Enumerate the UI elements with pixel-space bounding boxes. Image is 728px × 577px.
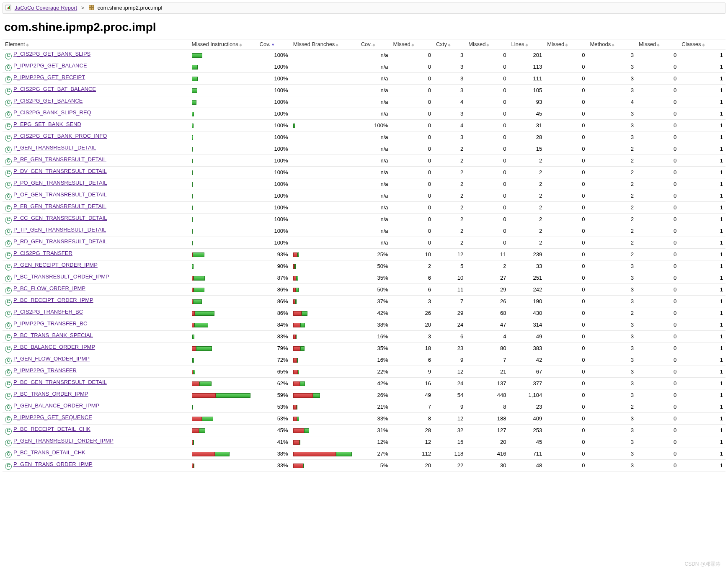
col-element[interactable]: Element◆: [3, 39, 189, 49]
class-icon: C: [5, 358, 12, 364]
missed-cxty: 0: [391, 131, 434, 143]
element-link[interactable]: P_OF_GEN_TRANSRESULT_DETAIL: [13, 191, 107, 198]
table-row: CP_EB_GEN_TRANSRESULT_DETAIL100%n/a02020…: [3, 202, 725, 214]
element-link[interactable]: P_CIS2PG_TRANSFER: [13, 250, 72, 256]
branch-cov: 26%: [359, 389, 391, 401]
element-link[interactable]: P_IPMP2PG_TRANSFER_BC: [13, 320, 87, 327]
report-icon: [5, 5, 11, 12]
missed-lines: 0: [466, 202, 509, 214]
element-link[interactable]: P_CIS2PG_GET_BALANCE: [13, 98, 83, 104]
element-link[interactable]: P_GEN_BALANCE_ORDER_IPMP: [13, 402, 99, 409]
instr-cov: 100%: [257, 120, 291, 131]
branch-cov: 25%: [359, 249, 391, 260]
col-missed-lines[interactable]: Missed◆: [466, 39, 509, 49]
col-missed-classes[interactable]: Missed◆: [636, 39, 679, 49]
cxty: 9: [434, 354, 466, 366]
element-link[interactable]: P_BC_TRANS_BANK_SPECIAL: [13, 332, 93, 338]
cxty: 2: [434, 214, 466, 225]
element-link[interactable]: P_CIS2PG_BANK_SLIPS_REQ: [13, 109, 91, 116]
svg-rect-3: [9, 6, 10, 9]
missed-cxty: 20: [391, 319, 434, 331]
element-link[interactable]: P_CC_GEN_TRANSRESULT_DETAIL: [13, 215, 107, 221]
element-link[interactable]: P_TP_GEN_TRANSRESULT_DETAIL: [13, 227, 106, 233]
class-icon: C: [5, 53, 12, 59]
element-link[interactable]: P_BC_GEN_TRANSRESULT_DETAIL: [13, 379, 107, 385]
element-link[interactable]: P_CIS2PG_GET_BANK_PROC_INFO: [13, 133, 107, 139]
lines: 105: [509, 85, 545, 96]
element-link[interactable]: P_RD_GEN_TRANSRESULT_DETAIL: [13, 238, 107, 245]
element-link[interactable]: P_CIS2PG_GET_BANK_SLIPS: [13, 51, 90, 57]
instr-bar: [189, 85, 257, 96]
cxty: 2: [434, 190, 466, 202]
element-link[interactable]: P_BC_TRANS_DETAIL_CHK: [13, 449, 85, 456]
missed-lines: 29: [466, 284, 509, 296]
class-icon: C: [5, 229, 12, 235]
missed-lines: 0: [466, 120, 509, 131]
lines: 45: [509, 108, 545, 120]
lines: 15: [509, 143, 545, 155]
element-link[interactable]: P_BC_RECEIPT_DETAIL_CHK: [13, 426, 90, 432]
element-link[interactable]: P_IPMP2PG_TRANSFER: [13, 367, 77, 374]
branch-bar: [291, 96, 359, 108]
element-link[interactable]: P_GEN_TRANSRESULT_ORDER_IPMP: [13, 438, 114, 444]
missed-methods: 0: [545, 73, 587, 85]
col-missed-cxty[interactable]: Missed◆: [391, 39, 434, 49]
element-link[interactable]: P_BC_TRANSRESULT_ORDER_IPMP: [13, 273, 109, 280]
cxty: 2: [434, 225, 466, 237]
missed-methods: 0: [545, 389, 587, 401]
element-link[interactable]: P_EB_GEN_TRANSRESULT_DETAIL: [13, 203, 106, 209]
element-link[interactable]: P_GEN_TRANSRESULT_DETAIL: [13, 144, 96, 151]
element-link[interactable]: P_BC_TRANS_ORDER_IPMP: [13, 391, 88, 397]
element-link[interactable]: P_IPMP2PG_GET_BALANCE: [13, 62, 87, 69]
col-methods[interactable]: Methods◆: [587, 39, 636, 49]
instr-bar: [189, 120, 257, 131]
missed-classes: 0: [636, 202, 679, 214]
col-missed-methods[interactable]: Missed◆: [545, 39, 587, 49]
branch-bar: [291, 178, 359, 190]
classes: 1: [679, 319, 725, 331]
lines: 251: [509, 272, 545, 284]
class-icon: C: [5, 404, 12, 411]
element-link[interactable]: P_CIS2PG_GET_BAT_BALANCE: [13, 86, 96, 92]
col-cov-instr[interactable]: Cov.▼: [257, 39, 291, 49]
instr-bar: [189, 401, 257, 413]
missed-lines: 0: [466, 73, 509, 85]
col-lines[interactable]: Lines◆: [509, 39, 545, 49]
element-link[interactable]: P_CIS2PG_TRANSFER_BC: [13, 309, 83, 315]
col-cov-branches[interactable]: Cov.◆: [359, 39, 391, 49]
element-link[interactable]: P_IPMP2PG_GET_SEQUENCE: [13, 414, 92, 420]
instr-bar: [189, 237, 257, 249]
classes: 1: [679, 448, 725, 460]
col-missed-instructions[interactable]: Missed Instructions◆: [189, 39, 257, 49]
col-cxty[interactable]: Cxty◆: [434, 39, 466, 49]
col-missed-branches[interactable]: Missed Branches◆: [291, 39, 359, 49]
element-link[interactable]: P_GEN_TRANS_ORDER_IPMP: [13, 461, 93, 467]
element-link[interactable]: P_DV_GEN_TRANSRESULT_DETAIL: [13, 168, 107, 174]
classes: 1: [679, 307, 725, 319]
class-icon: C: [5, 205, 12, 212]
element-link[interactable]: P_RF_GEN_TRANSRESULT_DETAIL: [13, 156, 106, 162]
element-link[interactable]: P_IPMP2PG_GET_RECEIPT: [13, 74, 85, 80]
branch-cov: 21%: [359, 401, 391, 413]
branch-cov: n/a: [359, 49, 391, 61]
missed-cxty: 0: [391, 202, 434, 214]
element-link[interactable]: P_BC_BALANCE_ORDER_IPMP: [13, 344, 95, 350]
classes: 1: [679, 425, 725, 436]
element-link[interactable]: P_BC_RECEIPT_ORDER_IPMP: [13, 297, 93, 303]
element-link[interactable]: P_GEN_FLOW_ORDER_IPMP: [13, 355, 90, 362]
col-classes[interactable]: Classes◆: [679, 39, 725, 49]
cxty: 54: [434, 389, 466, 401]
missed-methods: 0: [545, 401, 587, 413]
class-icon: C: [5, 463, 12, 470]
branch-cov: 35%: [359, 272, 391, 284]
breadcrumb-report-link[interactable]: JaCoCo Coverage Report: [15, 5, 77, 11]
element-link[interactable]: P_BC_FLOW_ORDER_IPMP: [13, 285, 85, 291]
cxty: 22: [434, 460, 466, 471]
element-link[interactable]: P_EPG_SET_BANK_SEND: [13, 121, 81, 127]
element-link[interactable]: P_PO_GEN_TRANSRESULT_DETAIL: [13, 180, 107, 186]
branch-bar: [291, 49, 359, 61]
branch-bar: [291, 260, 359, 272]
instr-cov: 86%: [257, 307, 291, 319]
breadcrumb-separator: >: [81, 5, 85, 11]
element-link[interactable]: P_GEN_RECEIPT_ORDER_IPMP: [13, 262, 98, 268]
